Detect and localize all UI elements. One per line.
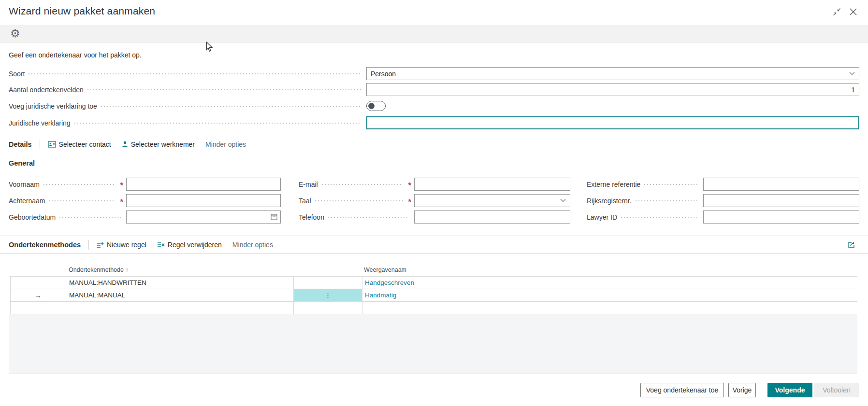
methods-table: MANUAL:HANDWRITTEN Handgeschreven → MANU… <box>10 276 857 314</box>
required-asterisk: * <box>120 182 123 190</box>
divider <box>88 240 89 250</box>
lawyer-id-label: Lawyer ID <box>587 213 617 221</box>
methods-action-bar: Ondertekenmethodes Nieuwe regel Regel ve… <box>0 236 868 254</box>
method-cell[interactable]: MANUAL:HANDWRITTEN <box>66 277 294 289</box>
row-selector-cell[interactable] <box>10 277 66 289</box>
intro-text: Geef een ondertekenaar voor het pakket o… <box>9 51 142 59</box>
geboortedatum-input[interactable] <box>126 210 281 224</box>
taal-select[interactable] <box>414 194 570 207</box>
dotted-leader <box>644 184 698 185</box>
juridische-verklaring-toggle[interactable] <box>366 101 386 111</box>
method-cell[interactable]: MANUAL:MANUAL <box>66 289 294 301</box>
required-asterisk: * <box>120 198 123 206</box>
delete-line-icon <box>157 241 165 248</box>
toolbar: ⚙ <box>0 25 868 42</box>
required-asterisk: * <box>408 182 411 190</box>
general-title: General <box>9 159 35 167</box>
new-line-button[interactable]: Nieuwe regel <box>97 241 146 249</box>
table-row-empty[interactable] <box>10 302 857 314</box>
column-header-label: Ondertekenmethode <box>69 266 124 273</box>
wizard-dialog: Wizard nieuw pakket aanmaken ⚙ Geef een … <box>0 0 868 406</box>
share-icon <box>848 240 856 249</box>
email-label: E-mail <box>299 181 318 188</box>
externe-referentie-input[interactable] <box>703 178 859 191</box>
telefoon-input[interactable] <box>414 210 570 224</box>
email-input[interactable] <box>414 178 570 191</box>
voornaam-label: Voornaam <box>9 181 40 188</box>
sort-ascending-icon: ↑ <box>125 266 128 273</box>
row-menu-cell-selected[interactable]: ⋮ <box>294 289 362 301</box>
dotted-leader <box>74 123 362 124</box>
dotted-leader <box>328 217 409 218</box>
gear-icon[interactable]: ⚙ <box>10 28 20 39</box>
row-selector-cell[interactable] <box>10 302 66 314</box>
soort-select[interactable]: Persoon <box>366 67 859 80</box>
calendar-icon[interactable] <box>271 213 277 220</box>
dotted-leader <box>621 217 698 218</box>
dotted-leader <box>49 200 115 201</box>
dotted-leader <box>59 217 121 218</box>
add-signer-button[interactable]: Voeg ondertekenaar toe <box>640 383 724 397</box>
display-name-link[interactable]: Handgeschreven <box>365 279 414 286</box>
dotted-leader <box>322 184 404 185</box>
delete-line-label: Regel verwijderen <box>168 241 222 249</box>
restore-down-icon[interactable] <box>832 7 841 16</box>
close-icon[interactable] <box>849 7 857 16</box>
details-action-bar: Details Selecteer contact Selecteer werk… <box>0 134 868 154</box>
page-title: Wizard nieuw pakket aanmaken <box>9 5 155 17</box>
row-menu-ellipsis-icon[interactable]: ⋮ <box>325 292 331 299</box>
externe-referentie-label: Externe referentie <box>587 181 640 188</box>
achternaam-input[interactable] <box>126 194 281 207</box>
dotted-leader <box>315 200 404 201</box>
methods-title: Ondertekenmethodes <box>9 241 81 249</box>
dotted-leader <box>43 184 116 185</box>
aantal-input[interactable] <box>366 83 859 96</box>
display-name-link[interactable]: Handmatig <box>365 292 396 299</box>
details-more-options[interactable]: Minder opties <box>205 140 246 148</box>
dotted-leader <box>101 106 362 107</box>
lawyer-id-input[interactable] <box>703 210 859 224</box>
column-header-weergavenaam[interactable]: Weergavenaam <box>364 266 406 273</box>
method-cell-empty[interactable] <box>66 302 294 314</box>
next-button[interactable]: Volgende <box>767 383 812 397</box>
new-line-label: Nieuwe regel <box>107 241 146 249</box>
select-employee-button[interactable]: Selecteer werknemer <box>122 140 195 148</box>
required-asterisk: * <box>408 198 411 206</box>
delete-line-button[interactable]: Regel verwijderen <box>157 241 222 249</box>
details-more-options-label: Minder opties <box>205 140 246 148</box>
verklaring-label: Juridische verklaring <box>9 119 71 127</box>
new-line-icon <box>97 241 104 248</box>
geboortedatum-label: Geboortedatum <box>9 213 56 221</box>
juridische-verklaring-input[interactable] <box>366 116 859 129</box>
row-menu-cell[interactable] <box>294 277 362 289</box>
methods-more-options-label: Minder opties <box>232 241 273 249</box>
table-background-panel <box>9 314 857 374</box>
window-controls <box>832 7 857 16</box>
rijksregisternr-input[interactable] <box>703 194 859 207</box>
share-button[interactable] <box>848 240 856 249</box>
current-row-arrow-icon: → <box>35 292 42 299</box>
mouse-cursor-icon <box>205 42 214 54</box>
dotted-leader <box>29 73 362 74</box>
contact-card-icon <box>48 141 56 148</box>
row-menu-cell[interactable] <box>294 302 362 314</box>
display-cell-empty <box>362 302 857 314</box>
verklaring-toggle-label: Voeg juridische verklaring toe <box>9 102 97 110</box>
row-selector-cell[interactable]: → <box>10 289 66 301</box>
table-row[interactable]: MANUAL:HANDWRITTEN Handgeschreven <box>10 277 857 289</box>
table-row-current[interactable]: → MANUAL:MANUAL ⋮ Handmatig <box>10 289 857 302</box>
toggle-knob <box>368 103 375 109</box>
telefoon-label: Telefoon <box>299 213 324 221</box>
column-header-ondertekenmethode[interactable]: Ondertekenmethode ↑ <box>69 266 129 273</box>
dotted-leader <box>87 89 362 90</box>
column-header-label: Weergavenaam <box>364 266 406 273</box>
soort-label: Soort <box>9 70 25 78</box>
achternaam-label: Achternaam <box>9 197 45 205</box>
taal-label: Taal <box>299 197 311 205</box>
voornaam-input[interactable] <box>126 178 281 191</box>
divider <box>40 140 40 149</box>
methods-more-options[interactable]: Minder opties <box>232 241 273 249</box>
select-contact-button[interactable]: Selecteer contact <box>48 140 111 148</box>
previous-button[interactable]: Vorige <box>728 383 756 397</box>
soort-value: Persoon <box>371 70 396 78</box>
